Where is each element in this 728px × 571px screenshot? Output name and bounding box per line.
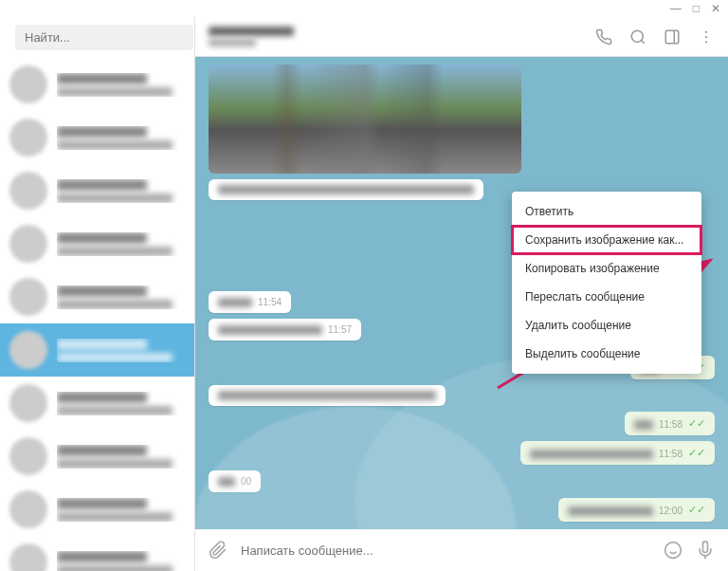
context-reply[interactable]: Ответить [512,197,701,226]
context-select[interactable]: Выделить сообщение [512,340,701,368]
chat-item-preview [57,300,173,309]
context-save-image-as[interactable]: Сохранить изображение как... [512,226,701,254]
chat-list-item[interactable] [0,58,194,111]
svg-point-0 [631,30,643,42]
chat-list-item[interactable] [0,430,194,483]
svg-point-4 [705,30,707,32]
avatar [9,490,47,528]
chat-title [209,27,294,36]
chat-item-preview [57,565,173,572]
avatar [9,172,47,210]
avatar [9,65,47,103]
chat-status [209,39,256,46]
mic-icon[interactable] [696,541,715,560]
context-delete[interactable]: Удалить сообщение [512,311,701,340]
search-icon[interactable] [629,28,646,46]
chat-item-preview [57,87,173,97]
chat-item-preview [57,193,173,203]
avatar [9,437,47,475]
avatar [9,225,47,263]
avatar [9,119,47,157]
chat-area: 11:54 11:57 1:57✓✓ 11:58✓✓ 11:58✓✓ 00 12… [195,17,728,571]
window-titlebar: — □ ✕ [0,0,728,17]
chat-item-name [57,445,147,456]
chat-list [0,58,194,571]
svg-point-8 [665,543,682,559]
chat-item-name [57,339,147,350]
chat-list-item[interactable] [0,217,194,270]
panel-icon[interactable] [664,28,681,46]
sidebar [0,17,195,571]
window-minimize-button[interactable]: — [670,2,682,15]
context-copy-image[interactable]: Копировать изображение [512,254,701,283]
chat-item-name [57,179,147,191]
search-input[interactable] [15,25,193,50]
chat-list-item[interactable] [0,536,194,571]
chat-item-preview [57,247,173,256]
avatar [9,278,47,316]
svg-rect-2 [665,30,679,44]
attach-icon[interactable] [209,541,228,560]
avatar [9,543,47,571]
svg-point-6 [705,41,707,43]
window-maximize-button[interactable]: □ [693,2,700,15]
chat-item-preview [57,406,173,415]
chat-list-item[interactable] [0,323,194,377]
avatar [9,331,47,369]
chat-list-item[interactable] [0,111,194,164]
chat-item-name [57,551,147,562]
chat-item-preview [57,459,173,469]
message-in[interactable] [209,179,483,200]
chat-item-preview [57,353,173,362]
avatar [9,384,47,422]
emoji-icon[interactable] [664,541,682,560]
more-icon[interactable] [698,28,715,46]
window-close-button[interactable]: ✕ [711,2,720,15]
chat-list-item[interactable] [0,270,194,323]
chat-item-preview [57,512,173,522]
compose-bar [195,529,728,571]
chat-item-preview [57,140,173,150]
image-message[interactable] [209,64,521,174]
messages-area: 11:54 11:57 1:57✓✓ 11:58✓✓ 11:58✓✓ 00 12… [195,57,728,529]
chat-item-name [57,126,147,138]
chat-item-name [57,286,147,297]
context-menu: Ответить Сохранить изображение как... Ко… [512,192,701,374]
message-input[interactable] [241,543,650,558]
chat-list-item[interactable] [0,164,194,217]
chat-header [195,17,728,57]
chat-item-name [57,392,147,403]
chat-item-name [57,232,147,244]
context-forward[interactable]: Переслать сообщение [512,283,701,311]
chat-list-item[interactable] [0,483,194,536]
svg-point-5 [705,35,707,37]
call-icon[interactable] [595,28,612,46]
chat-item-name [57,73,147,84]
chat-item-name [57,498,147,509]
chat-list-item[interactable] [0,377,194,430]
svg-line-1 [641,40,644,43]
